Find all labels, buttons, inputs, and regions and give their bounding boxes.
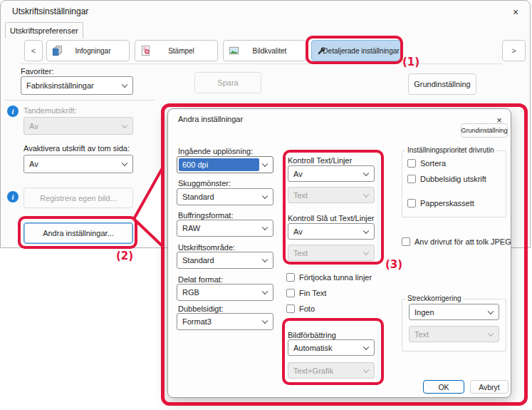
chevron-down-icon <box>262 289 268 294</box>
tab-print-preferences[interactable]: Utskriftspreferenser <box>5 22 83 39</box>
chevron-right-icon: > <box>511 46 516 55</box>
control-knockout-sub-dropdown: Text <box>288 245 375 261</box>
checkbox-icon <box>286 273 295 282</box>
toolbar-button-insertions[interactable]: Infogningar <box>46 40 130 61</box>
chevron-down-icon <box>262 193 268 199</box>
tandem-print-label: Tandemutskrift: <box>24 106 77 115</box>
save-button: Spara <box>194 72 261 93</box>
input-resolution-label: Ingående upplösning: <box>178 147 253 155</box>
image-enhancement-dropdown[interactable]: Automatisk <box>288 339 375 356</box>
left-panel-separator <box>5 100 155 101</box>
wrench-icon <box>317 46 326 56</box>
jpeg-interpret-checkbox[interactable]: Anv drivrut för att tolk JPEG <box>402 237 511 246</box>
duplex-label: Dubbelsidigt: <box>178 304 224 313</box>
chevron-down-icon <box>262 318 268 324</box>
shading-pattern-dropdown[interactable]: Standard <box>177 188 273 205</box>
fine-text-checkbox[interactable]: Fin Text <box>286 289 326 297</box>
info-icon: i <box>7 191 19 203</box>
toolbar-button-detailed-settings[interactable]: Detaljerade inställningar <box>311 40 401 61</box>
chevron-down-icon <box>363 367 369 372</box>
screenshot-root: Utskriftsinställningar × Utskriftsprefer… <box>0 0 532 410</box>
duplex-dropdown[interactable]: Format3 <box>177 313 273 330</box>
dialog-title: Andra inställningar <box>178 115 243 123</box>
split-format-label: Delat format: <box>178 275 223 284</box>
toolbar-button-stamp[interactable]: Stämpel <box>135 40 218 61</box>
annotation-step2-label: (2) <box>116 250 133 262</box>
disable-blank-page-dropdown[interactable]: Av <box>24 155 133 173</box>
split-format-dropdown[interactable]: RGB <box>177 284 273 301</box>
defaults-button[interactable]: Grundinställning <box>408 73 476 95</box>
other-settings-dialog: Andra inställningar × Grundinställning I… <box>167 108 511 398</box>
control-text-lines-dropdown[interactable]: Av <box>288 165 375 182</box>
checkbox-icon <box>286 304 295 313</box>
toolbar-label: Detaljerade inställningar <box>323 47 399 55</box>
chevron-down-icon <box>262 257 268 262</box>
barcode-correction-sub-dropdown: Text <box>409 326 499 342</box>
tab-label: Utskriftspreferenser <box>10 26 78 35</box>
checkbox-icon <box>407 159 416 168</box>
toolbar-next-button[interactable]: > <box>502 40 526 61</box>
register-custom-image-button: Registrera egen bild... <box>24 188 133 208</box>
cancel-button[interactable]: Avbryt <box>470 380 508 394</box>
chevron-down-icon <box>122 82 127 88</box>
favorites-dropdown[interactable]: Fabriksinställningar <box>21 76 133 95</box>
chevron-down-icon <box>363 249 369 255</box>
other-settings-button[interactable]: Andra inställningar... <box>24 222 133 244</box>
shading-pattern-label: Skuggmönster: <box>178 179 231 188</box>
thicken-thin-lines-checkbox[interactable]: Förtjocka tunna linjer <box>286 273 372 282</box>
chevron-down-icon <box>363 344 369 349</box>
toolbar-label: Bildkvalitet <box>253 47 287 55</box>
checkbox-icon <box>402 237 410 246</box>
driver-priority-group-label: Inställningsprioritet drivrutin <box>405 146 496 154</box>
image-enhancement-sub-dropdown: Text+Grafik <box>288 362 375 379</box>
favorites-label: Favoriter: <box>21 67 53 76</box>
spool-format-dropdown[interactable]: RAW <box>177 220 273 237</box>
control-text-lines-sub-dropdown: Text <box>288 187 375 203</box>
disable-blank-page-label: Avaktivera utskrift av tom sida: <box>24 144 130 153</box>
paper-tray-checkbox[interactable]: Papperskassett <box>407 199 474 207</box>
chevron-down-icon <box>363 227 369 233</box>
input-resolution-dropdown[interactable]: 600 dpi <box>177 156 273 173</box>
checkbox-icon <box>407 199 416 207</box>
chevron-down-icon <box>262 225 268 230</box>
image-enhancement-label: Bildförbättring <box>288 331 336 339</box>
image-icon <box>229 45 239 56</box>
print-area-label: Utskriftsområde: <box>178 243 235 252</box>
barcode-correction-group-label: Streckkorrigering <box>405 294 464 302</box>
toolbar-label: Infogningar <box>75 47 110 55</box>
window-close-icon[interactable]: × <box>504 4 528 21</box>
window-title: Utskriftsinställningar <box>12 6 88 16</box>
control-text-lines-label: Kontroll Text/Linjer <box>288 156 352 165</box>
toolbar-button-image-quality[interactable]: Bildkvalitet <box>223 40 306 61</box>
ok-button[interactable]: OK <box>423 380 464 394</box>
spool-format-label: Buffringsformat: <box>178 211 233 220</box>
print-area-dropdown[interactable]: Standard <box>177 252 273 269</box>
chevron-down-icon <box>488 308 494 314</box>
chevron-down-icon <box>122 122 127 128</box>
collate-checkbox[interactable]: Sortera <box>407 159 446 168</box>
toolbar-prev-button[interactable]: < <box>24 40 43 61</box>
duplex-print-checkbox[interactable]: Dubbelsidig utskrift <box>407 175 486 183</box>
chevron-left-icon: < <box>31 46 36 55</box>
stamp-icon <box>140 45 151 56</box>
chevron-down-icon <box>363 191 369 197</box>
photo-checkbox[interactable]: Foto <box>286 304 315 313</box>
checkbox-icon <box>407 175 416 183</box>
control-knockout-label: Kontroll Slå ut Text/Linjer <box>288 214 374 222</box>
toolbar-label: Stämpel <box>168 47 194 55</box>
chevron-down-icon <box>363 170 369 175</box>
control-knockout-dropdown[interactable]: Av <box>288 223 375 240</box>
dialog-defaults-button[interactable]: Grundinställning <box>461 123 508 138</box>
info-icon: i <box>7 106 19 117</box>
barcode-correction-dropdown[interactable]: Ingen <box>409 304 499 320</box>
checkbox-icon <box>286 289 295 297</box>
chevron-down-icon <box>488 330 494 336</box>
toolbar-separator <box>21 63 502 64</box>
chevron-down-icon <box>122 160 127 166</box>
chevron-down-icon <box>262 161 268 167</box>
tandem-print-dropdown: Av <box>24 117 133 135</box>
pages-icon <box>52 45 63 56</box>
